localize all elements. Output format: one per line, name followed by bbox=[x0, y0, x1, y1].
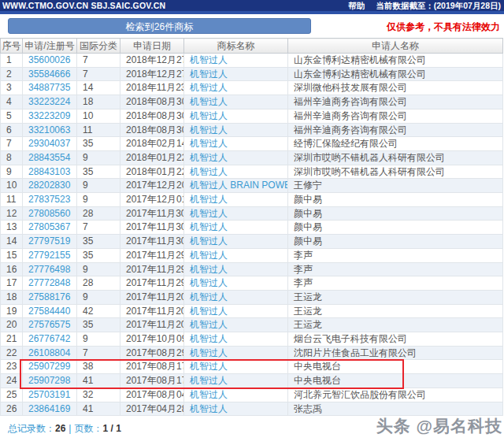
cell: 33223224 bbox=[23, 95, 77, 109]
row-number: 23 bbox=[1, 360, 23, 374]
cell: 机智过人 bbox=[184, 165, 288, 179]
intl-class: 14 bbox=[77, 81, 120, 95]
reg-no-link[interactable]: 27797519 bbox=[28, 235, 70, 247]
legal-disclaimer: 仅供参考，不具有法律效力 bbox=[387, 20, 500, 33]
mark-name-link[interactable]: 机智过人 bbox=[190, 69, 228, 80]
applicant-name: 王修宁 bbox=[288, 179, 503, 193]
reg-no-link[interactable]: 25907298 bbox=[28, 375, 70, 386]
mark-name-link[interactable]: 机智过人 bbox=[190, 110, 228, 121]
intl-class: 42 bbox=[77, 304, 120, 318]
help-link[interactable]: 帮助 bbox=[348, 0, 365, 11]
table-row: 222610880472017年08月29日机智过人沈阳片片佳食品工业有限公司 bbox=[1, 346, 503, 360]
table-row: 2325907299382017年08月17日机智过人中央电视台 bbox=[1, 360, 503, 374]
reg-no-link[interactable]: 33223224 bbox=[28, 96, 70, 107]
mark-name-link[interactable]: 机智过人 bbox=[190, 208, 228, 219]
site-domains: WWW.CTMO.GOV.CN SBJ.SAIC.GOV.CN bbox=[0, 0, 165, 11]
mark-name-link[interactable]: 机智过人 bbox=[190, 166, 228, 177]
data-cutoff-date: 当前数据截至：(2019年07月28日) bbox=[376, 0, 501, 11]
table-row: 132780536772017年11月30日机智过人颜中易 bbox=[1, 221, 503, 235]
reg-no-link[interactable]: 26776742 bbox=[28, 333, 70, 344]
reg-no-link[interactable]: 28202830 bbox=[28, 180, 70, 191]
mark-name-link[interactable]: 机智过人 bbox=[190, 347, 228, 358]
cell: 机智过人 bbox=[184, 388, 288, 402]
mark-name-link[interactable]: 机智过人 bbox=[190, 96, 228, 107]
cell: 机智过人 bbox=[184, 109, 288, 123]
reg-no-link[interactable]: 29304037 bbox=[28, 138, 70, 149]
col-header-no: 序号 bbox=[1, 39, 23, 54]
reg-no-link[interactable]: 35600026 bbox=[28, 54, 70, 65]
reg-no-link[interactable]: 27792155 bbox=[28, 250, 70, 261]
reg-no-link[interactable]: 27776498 bbox=[28, 264, 70, 275]
col-header-mark: 商标名称 bbox=[184, 39, 288, 54]
row-number: 19 bbox=[1, 304, 23, 318]
intl-class: 9 bbox=[77, 262, 120, 276]
apply-date: 2017年11月29日 bbox=[120, 248, 184, 262]
mark-name-link[interactable]: 机智过人 bbox=[190, 333, 228, 344]
mark-name-link[interactable]: 机智过人 bbox=[190, 389, 228, 400]
mark-name-link[interactable]: 机智过人 bbox=[190, 291, 228, 302]
pagination-summary: 总记录数：26|页数：1 / 1 bbox=[8, 423, 121, 434]
apply-date: 2018年12月27日 bbox=[120, 67, 184, 81]
mark-name-link[interactable]: 机智过人 bbox=[190, 264, 228, 275]
reg-no-link[interactable]: 27772848 bbox=[28, 277, 70, 288]
reg-no-link[interactable]: 25907299 bbox=[28, 361, 70, 372]
mark-name-link[interactable]: 机智过人 bbox=[190, 403, 228, 414]
reg-no-link[interactable]: 35584666 bbox=[28, 69, 70, 80]
mark-name-link[interactable]: 机智过人 bbox=[190, 221, 228, 232]
intl-class: 32 bbox=[77, 388, 120, 402]
mark-name-link[interactable]: 机智过人 bbox=[190, 375, 228, 386]
pages-value: 1 / 1 bbox=[102, 423, 120, 434]
mark-name-link[interactable]: 机智过人 bbox=[190, 82, 228, 93]
reg-no-link[interactable]: 28843103 bbox=[28, 166, 70, 177]
mark-name-link[interactable]: 机智过人 bbox=[190, 361, 228, 372]
row-number: 16 bbox=[1, 262, 23, 276]
apply-date: 2018年01月22日 bbox=[120, 150, 184, 165]
mark-name-link[interactable]: 机智过人 bbox=[190, 54, 228, 65]
mark-name-link[interactable]: 机智过人 BRAIN POWER bbox=[190, 180, 288, 191]
mark-name-link[interactable]: 机智过人 bbox=[190, 277, 228, 288]
reg-no-link[interactable]: 33223209 bbox=[28, 110, 70, 121]
cell: 机智过人 bbox=[184, 150, 288, 165]
reg-no-link[interactable]: 23864169 bbox=[28, 403, 70, 414]
cell: 34887735 bbox=[23, 81, 77, 95]
row-number: 13 bbox=[1, 221, 23, 235]
table-row: 182758817692017年11月20日机智过人王运龙 bbox=[1, 290, 503, 304]
reg-no-link[interactable]: 27588176 bbox=[28, 291, 70, 302]
row-number: 5 bbox=[1, 109, 23, 123]
mark-name-link[interactable]: 机智过人 bbox=[190, 124, 228, 135]
mark-name-link[interactable]: 机智过人 bbox=[190, 250, 228, 261]
mark-name-link[interactable]: 机智过人 bbox=[190, 235, 228, 247]
intl-class: 28 bbox=[77, 276, 120, 291]
reg-no-link[interactable]: 28843554 bbox=[28, 152, 70, 163]
reg-no-link[interactable]: 33210063 bbox=[28, 124, 70, 135]
intl-class: 7 bbox=[77, 54, 120, 68]
mark-name-link[interactable]: 机智过人 bbox=[190, 152, 228, 163]
row-number: 2 bbox=[1, 67, 23, 81]
reg-no-link[interactable]: 27837523 bbox=[28, 194, 70, 205]
row-number: 6 bbox=[1, 123, 23, 137]
apply-date: 2018年08月30日 bbox=[120, 109, 184, 123]
reg-no-link[interactable]: 25703191 bbox=[28, 389, 70, 400]
cell: 机智过人 bbox=[184, 346, 288, 360]
cell: 机智过人 bbox=[184, 248, 288, 262]
reg-no-link[interactable]: 27584440 bbox=[28, 306, 70, 317]
reg-no-link[interactable]: 26108804 bbox=[28, 347, 70, 358]
mark-name-link[interactable]: 机智过人 bbox=[190, 138, 228, 149]
apply-date: 2017年08月17日 bbox=[120, 374, 184, 388]
reg-no-link[interactable]: 27808560 bbox=[28, 208, 70, 219]
cell: 27588176 bbox=[23, 290, 77, 304]
mark-name-link[interactable]: 机智过人 bbox=[190, 306, 228, 317]
reg-no-link[interactable]: 27576575 bbox=[28, 319, 70, 330]
apply-date: 2017年04月28日 bbox=[120, 402, 184, 416]
intl-class: 38 bbox=[77, 360, 120, 374]
reg-no-link[interactable]: 27805367 bbox=[28, 221, 70, 232]
result-count-button[interactable]: 检索到26件商标 bbox=[8, 18, 311, 34]
apply-date: 2017年08月29日 bbox=[120, 346, 184, 360]
apply-date: 2018年11月23日 bbox=[120, 81, 184, 95]
mark-name-link[interactable]: 机智过人 bbox=[190, 319, 228, 330]
mark-name-link[interactable]: 机智过人 bbox=[190, 194, 228, 205]
row-number: 25 bbox=[1, 388, 23, 402]
table-row: 928843103352018年01月22日机智过人深圳市哎哟不错机器人科研有限… bbox=[1, 165, 503, 179]
applicant-name: 经博汇保险经纪有限公司 bbox=[288, 137, 503, 151]
reg-no-link[interactable]: 34887735 bbox=[28, 82, 70, 93]
